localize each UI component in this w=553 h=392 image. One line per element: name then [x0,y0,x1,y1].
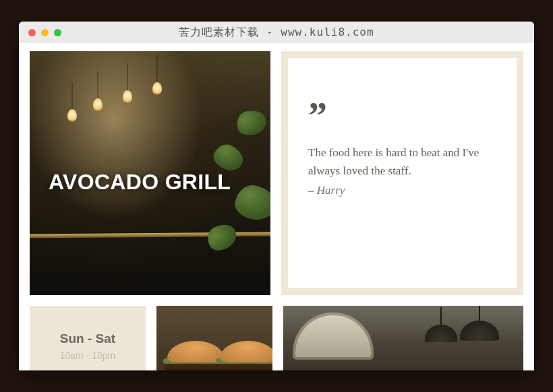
page-content: AVOCADO GRILL ” The food here is hard to… [19,43,534,370]
traffic-lights [19,29,61,36]
pendant-lamp-icon [460,321,499,341]
testimonial-author: – Harry [308,184,496,197]
food-image-card[interactable] [156,306,272,370]
light-bulb-icon [93,98,103,112]
hours-card: Sun - Sat 10am - 10pm [30,306,146,370]
maximize-window-button[interactable] [54,29,61,36]
minimize-window-button[interactable] [41,29,49,36]
burger-photo [156,306,272,370]
browser-window: 苦力吧素材下载 - www.kuli8.com AVOCADO GRILL [19,22,534,370]
interior-photo [283,306,523,370]
close-window-button[interactable] [28,29,36,36]
testimonial-card: ” The food here is hard to beat and I've… [281,51,523,295]
window-title: 苦力吧素材下载 - www.kuli8.com [19,26,534,40]
bottom-row: Sun - Sat 10am - 10pm [30,306,523,370]
pendant-lamp-icon [425,325,457,342]
testimonial-text: The food here is hard to beat and I've a… [308,143,496,180]
quote-mark-icon: ” [308,110,496,122]
light-bulb-icon [152,82,162,96]
hero-title: AVOCADO GRILL [49,170,257,195]
window-icon [293,313,374,360]
window-titlebar: 苦力吧素材下载 - www.kuli8.com [19,22,534,43]
light-bulb-icon [123,90,132,104]
burger-icon [216,337,272,370]
leaf-icon [203,219,241,255]
hero-image-card[interactable]: AVOCADO GRILL [30,51,270,295]
hours-time: 10am - 10pm [30,350,146,361]
leaf-icon [234,107,269,138]
light-bulb-icon [67,109,77,123]
hours-days: Sun - Sat [30,331,146,346]
top-row: AVOCADO GRILL ” The food here is hard to… [30,51,523,295]
interior-image-card[interactable] [283,306,523,370]
